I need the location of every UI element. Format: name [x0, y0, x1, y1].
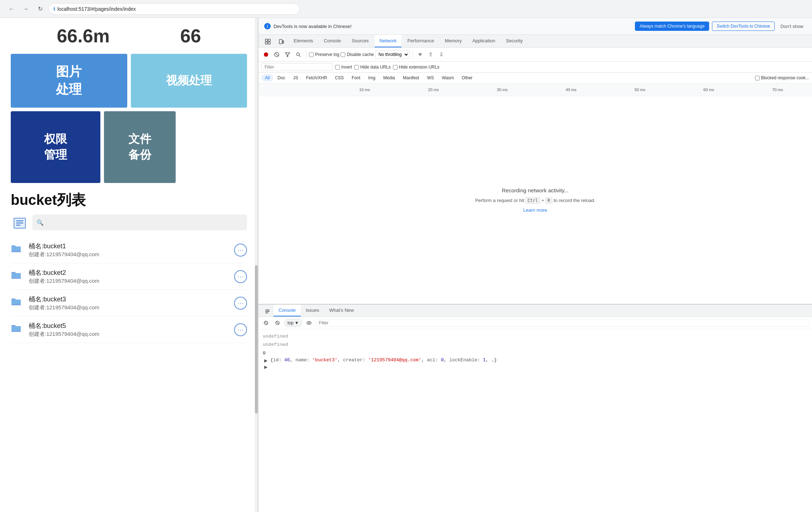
- disable-cache-checkbox[interactable]: [341, 52, 345, 57]
- clear-button[interactable]: [272, 50, 281, 59]
- console-obj-text: {id: 46, name: 'bucket3', creater: '1219…: [270, 357, 497, 363]
- timeline-labels: 10 ms 20 ms 30 ms 40 ms 50 ms 60 ms 70 m…: [258, 88, 812, 92]
- back-button[interactable]: ←: [6, 3, 17, 15]
- net-tab-css[interactable]: CSS: [331, 74, 347, 81]
- throttle-select[interactable]: No throttling Fast 3G Slow 3G: [375, 50, 409, 59]
- tab-security[interactable]: Security: [501, 35, 528, 47]
- net-tab-wasm[interactable]: Wasm: [438, 74, 458, 81]
- filter-input[interactable]: [261, 63, 333, 71]
- search-bar-area: 🔍: [0, 213, 258, 237]
- expand-obj-button[interactable]: ▶: [263, 357, 269, 364]
- disable-cache-label[interactable]: Disable cache: [341, 52, 374, 57]
- tab-console[interactable]: Console: [319, 35, 346, 47]
- tab-memory[interactable]: Memory: [440, 35, 467, 47]
- bucket-menu-button[interactable]: ⋯: [234, 323, 247, 336]
- list-item[interactable]: 桶名:bucket1 创建者:1219579404@qq.com ⋯: [11, 237, 247, 263]
- net-tab-manifest[interactable]: Manifest: [399, 74, 423, 81]
- bucket-menu-button[interactable]: ⋯: [234, 270, 247, 283]
- context-selector[interactable]: top ▼: [284, 319, 302, 327]
- filter-button[interactable]: [283, 50, 292, 59]
- tab-console-bottom[interactable]: Console: [274, 305, 301, 316]
- import-button[interactable]: ⇧: [426, 50, 436, 59]
- bucket-menu-button[interactable]: ⋯: [234, 244, 247, 257]
- bucket-menu-button[interactable]: ⋯: [234, 297, 247, 310]
- console-line: 0: [263, 349, 808, 358]
- tab-sources[interactable]: Sources: [347, 35, 374, 47]
- devtools-notification: i DevTools is now available in Chinese! …: [258, 18, 812, 35]
- context-top-label: top: [288, 320, 294, 325]
- preserve-log-checkbox[interactable]: [309, 52, 314, 57]
- net-tab-fetch[interactable]: Fetch/XHR: [303, 74, 331, 81]
- tab-application[interactable]: Application: [467, 35, 500, 47]
- hide-ext-urls-checkbox[interactable]: [393, 65, 398, 70]
- learn-more-link[interactable]: Learn more: [523, 207, 547, 213]
- export-button[interactable]: ⇩: [437, 50, 446, 59]
- net-tab-ws[interactable]: WS: [423, 74, 437, 81]
- console-settings-btn[interactable]: [273, 318, 282, 328]
- net-tab-doc[interactable]: Doc: [274, 74, 289, 81]
- preserve-log-label[interactable]: Preserve log: [309, 52, 339, 57]
- net-tab-all[interactable]: All: [261, 74, 273, 81]
- list-item[interactable]: 桶名:bucket5 创建者:1219579404@qq.com ⋯: [11, 316, 247, 343]
- console-obj-line[interactable]: ▶ {id: 46, name: 'bucket3', creater: '12…: [263, 357, 808, 364]
- switch-chinese-button[interactable]: Switch DevTools to Chinese: [712, 22, 775, 31]
- inspect-icon[interactable]: [261, 36, 274, 47]
- net-tab-other[interactable]: Other: [458, 74, 476, 81]
- svg-rect-4: [265, 39, 267, 41]
- invert-text: Invert: [341, 65, 352, 70]
- card-video[interactable]: 视频处理: [131, 54, 247, 108]
- expand-button2[interactable]: ▶: [263, 364, 269, 370]
- net-tab-font[interactable]: Font: [348, 74, 364, 81]
- device-icon[interactable]: [275, 36, 288, 47]
- console-filter-input[interactable]: [316, 319, 809, 327]
- hide-data-urls-label[interactable]: Hide data URLs: [354, 65, 391, 70]
- invert-checkbox[interactable]: [335, 65, 340, 70]
- eye-button[interactable]: [304, 318, 314, 328]
- hide-data-urls-checkbox[interactable]: [354, 65, 359, 70]
- console-zero: 0: [263, 351, 266, 356]
- card-file[interactable]: 文件备份: [104, 111, 176, 183]
- recording-title: Recording network activity...: [502, 187, 569, 193]
- svg-point-10: [264, 52, 268, 57]
- console-expand-line[interactable]: ▶: [263, 364, 808, 370]
- always-match-button[interactable]: Always match Chrome's language: [635, 22, 709, 31]
- scroll-indicator[interactable]: [255, 18, 258, 512]
- console-clear-button[interactable]: [261, 318, 271, 328]
- blocked-response-checkbox[interactable]: [755, 76, 760, 80]
- blocked-response-label[interactable]: Blocked response cook...: [755, 75, 809, 80]
- list-item[interactable]: 桶名:bucket3 创建者:1219579404@qq.com ⋯: [11, 290, 247, 316]
- search-input[interactable]: 🔍: [32, 215, 247, 230]
- console-settings-icon[interactable]: [261, 306, 274, 316]
- refresh-button[interactable]: ↻: [34, 3, 46, 15]
- svg-rect-18: [265, 313, 268, 313]
- timeline-20ms: 20 ms: [399, 88, 468, 92]
- tab-whats-new[interactable]: What's New: [324, 305, 359, 316]
- folder-icon: [11, 297, 24, 309]
- tab-elements[interactable]: Elements: [289, 35, 318, 47]
- net-tab-img[interactable]: Img: [365, 74, 379, 81]
- cards-row1: 图片处理 视频处理: [0, 54, 258, 108]
- bucket-creator: 创建者:1219579404@qq.com: [29, 331, 229, 338]
- forward-button[interactable]: →: [20, 3, 32, 15]
- list-item[interactable]: 桶名:bucket2 创建者:1219579404@qq.com ⋯: [11, 263, 247, 290]
- net-tab-js[interactable]: JS: [290, 74, 302, 81]
- card-img-label: 图片处理: [56, 63, 82, 98]
- search-button[interactable]: [294, 50, 303, 59]
- tab-performance[interactable]: Performance: [402, 35, 439, 47]
- card-img-process[interactable]: 图片处理: [11, 54, 127, 108]
- stat2: 66: [180, 25, 201, 47]
- record-button[interactable]: [261, 50, 271, 59]
- invert-label[interactable]: Invert: [335, 65, 352, 70]
- net-tab-media[interactable]: Media: [380, 74, 399, 81]
- chevron-down-icon: ▼: [295, 320, 299, 325]
- tab-network[interactable]: Network: [375, 35, 402, 47]
- console-line: undefined: [263, 332, 808, 341]
- card-perm[interactable]: 权限管理: [11, 111, 100, 183]
- tab-issues[interactable]: Issues: [301, 305, 324, 316]
- dismiss-button[interactable]: Don't show: [778, 22, 806, 30]
- search-icon: 🔍: [37, 219, 44, 226]
- scroll-thumb[interactable]: [255, 265, 258, 413]
- wifi-icon-button[interactable]: [416, 50, 425, 59]
- hide-ext-urls-label[interactable]: Hide extension URLs: [393, 65, 440, 70]
- address-bar[interactable]: ℹ localhost:5173/#/pages/index/index: [49, 3, 300, 15]
